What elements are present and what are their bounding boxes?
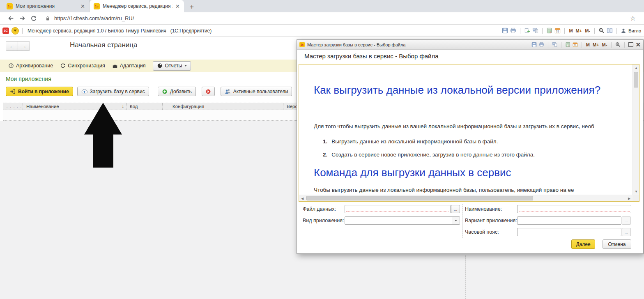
calendar-icon[interactable]: 31 <box>573 42 578 47</box>
plus-circle-icon <box>162 89 168 94</box>
scroll-up-icon[interactable]: ▲ <box>633 64 639 71</box>
bookmark-star-icon[interactable]: ☆ <box>630 14 636 22</box>
close-icon[interactable]: ✕ <box>175 4 180 9</box>
data-file-input[interactable] <box>345 205 451 213</box>
svg-text:31: 31 <box>574 44 576 46</box>
variant-label: Вариант приложения: <box>465 218 517 223</box>
variant-browse-button[interactable]: ... <box>622 216 631 225</box>
column-selector[interactable]: . . . . . <box>3 103 23 110</box>
adaptation-link[interactable]: Адаптация <box>112 63 146 69</box>
list-toolbar: Войти в приложение Загрузить базу в серв… <box>6 87 292 96</box>
zoom-icon[interactable] <box>598 28 605 34</box>
memory-m-button[interactable]: M <box>568 28 573 33</box>
memory-m-minus-button[interactable]: M- <box>602 42 608 47</box>
page-nav: ← → <box>6 41 30 51</box>
archive-link[interactable]: Архивирование <box>8 63 53 69</box>
delete-button[interactable] <box>202 87 215 96</box>
help-panel: Как выгрузить данные из локальной версии… <box>299 64 639 202</box>
tab-service-manager[interactable]: 1с Менеджер сервиса, редакция 1 ✕ <box>90 0 184 12</box>
upload-db-button[interactable]: Загрузить базу в сервис <box>77 87 149 96</box>
onec-favicon: 1с <box>94 3 100 9</box>
memory-m-plus-button[interactable]: M+ <box>592 42 600 47</box>
next-button[interactable]: Далее <box>571 239 595 249</box>
file-label: Файл данных: <box>303 206 336 212</box>
calculator-icon[interactable] <box>565 42 570 47</box>
tab-title: Менеджер сервиса, редакция 1 <box>103 3 172 9</box>
tab-my-apps[interactable]: 1с Мои приложения ✕ <box>2 0 90 12</box>
active-users-button[interactable]: Активные пользователи <box>221 87 292 96</box>
column-name[interactable]: Наименование ↓ <box>23 103 126 110</box>
app-title: Менеджер сервиса, редакция 1.0 / Биглов … <box>28 28 212 34</box>
close-icon[interactable]: ✕ <box>80 4 85 9</box>
timezone-browse-button[interactable]: ... <box>622 228 631 236</box>
app-toolbar: 31 M M+ M- Бигло <box>502 28 642 34</box>
print-icon[interactable] <box>539 42 544 47</box>
tab-title: Мои приложения <box>16 3 78 9</box>
file-browse-button[interactable]: ... <box>451 205 460 213</box>
svg-text:31: 31 <box>556 30 559 33</box>
open-file-icon[interactable] <box>524 28 530 34</box>
calendar-icon[interactable]: 31 <box>554 28 561 34</box>
reload-icon[interactable] <box>28 15 39 22</box>
app-variant-input[interactable] <box>517 216 621 225</box>
scroll-down-icon[interactable]: ▼ <box>633 188 639 195</box>
forward-icon[interactable] <box>16 15 28 22</box>
print-preview-icon[interactable] <box>552 42 557 47</box>
scrollbar-thumb[interactable] <box>634 72 638 87</box>
calculator-icon[interactable] <box>546 28 552 34</box>
dialog-titlebar[interactable]: 1с Мастер загрузки базы в сервис - Выбор… <box>297 40 643 50</box>
history-back-button[interactable]: ← <box>6 41 18 51</box>
memory-m-minus-button[interactable]: M- <box>584 28 591 33</box>
timezone-input[interactable] <box>517 228 621 236</box>
help-step-2: 2.Создать в сервисе новое приложение, за… <box>323 152 535 158</box>
name-input[interactable] <box>517 205 631 213</box>
tab-bar: 1с Мои приложения ✕ 1с Менеджер сервиса,… <box>0 0 644 12</box>
login-icon <box>10 89 16 94</box>
memory-m-plus-button[interactable]: M+ <box>575 28 583 33</box>
add-button[interactable]: Добавить <box>158 87 196 96</box>
split-window-icon[interactable] <box>607 28 613 34</box>
horizontal-scrollbar[interactable]: ◀ ▶ <box>299 195 632 201</box>
puzzle-icon <box>112 63 118 69</box>
app-kind-select[interactable] <box>345 216 460 225</box>
pie-chart-icon <box>157 63 163 69</box>
cloud-upload-icon <box>81 88 87 94</box>
help-heading-2: Команда для выгрузки данных в сервис <box>314 166 511 179</box>
column-config[interactable]: Конфигурация <box>163 103 283 110</box>
main-menu-button[interactable] <box>12 27 19 34</box>
users-icon <box>225 88 231 94</box>
help-heading-1: Как выгрузить данные из локальной версии… <box>314 82 605 98</box>
form-divider <box>462 204 463 238</box>
cancel-button[interactable]: Отмена <box>603 239 631 249</box>
sync-icon <box>60 63 66 69</box>
scroll-right-icon[interactable]: ▶ <box>626 195 632 202</box>
sync-link[interactable]: Синхронизация <box>60 63 105 69</box>
dropdown-icon[interactable] <box>452 217 459 224</box>
new-tab-button[interactable]: + <box>186 2 197 12</box>
user-icon[interactable] <box>621 28 626 34</box>
app-header: 1С Менеджер сервиса, редакция 1.0 / Бигл… <box>0 25 644 37</box>
onec-favicon: 1с <box>299 42 305 47</box>
close-icon[interactable]: ✕ <box>635 41 641 48</box>
dialog-toolbar: 31 M M+ M- ✕ <box>531 41 641 48</box>
back-icon[interactable] <box>5 15 16 22</box>
onec-logo: 1С <box>2 28 9 34</box>
reports-button[interactable]: Отчеты <box>153 61 191 71</box>
save-icon[interactable] <box>502 28 508 34</box>
zoom-icon[interactable] <box>615 42 621 47</box>
save-icon[interactable] <box>531 42 537 47</box>
memory-m-button[interactable]: M <box>586 42 590 47</box>
maximize-icon[interactable] <box>628 42 633 47</box>
user-name[interactable]: Бигло <box>628 28 642 33</box>
column-code[interactable]: Код <box>126 103 163 110</box>
address-input[interactable]: https://1cfresh.com/a/adm/ru_RU/ <box>54 15 630 21</box>
vertical-scrollbar[interactable]: ▲ ▼ <box>632 64 639 195</box>
history-forward-button[interactable]: → <box>18 41 30 51</box>
help-paragraph-1: Для того чтобы выгрузить данные из вашей… <box>314 123 632 129</box>
login-app-button[interactable]: Войти в приложение <box>6 87 73 96</box>
scrollbar-thumb[interactable] <box>306 196 533 200</box>
column-guide-line <box>465 255 466 299</box>
print-icon[interactable] <box>510 28 516 34</box>
scroll-left-icon[interactable]: ◀ <box>299 195 306 202</box>
print-preview-icon[interactable] <box>532 28 538 34</box>
